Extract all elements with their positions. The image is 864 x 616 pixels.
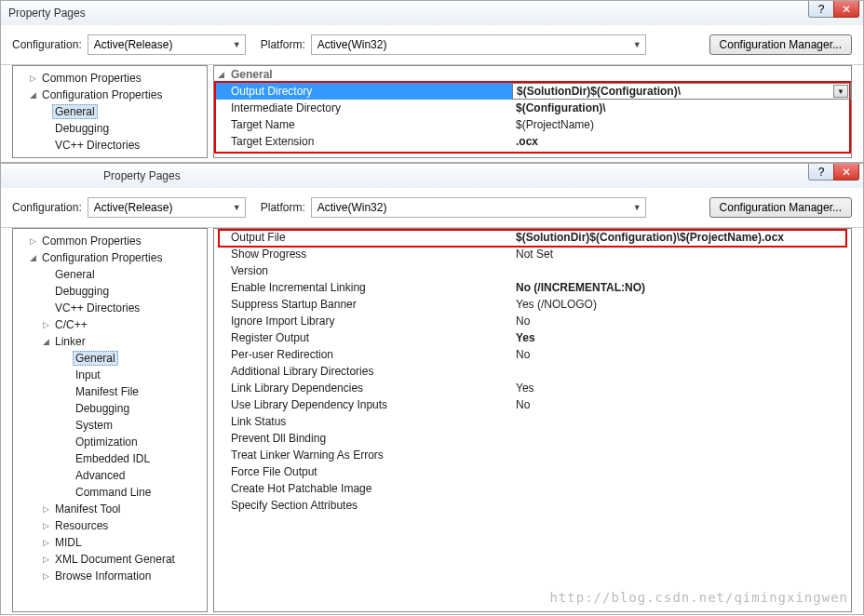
property-value[interactable]: No <box>512 346 851 363</box>
property-value[interactable] <box>512 480 851 497</box>
property-row[interactable]: Link Library DependenciesYes <box>214 380 851 396</box>
tree-common-properties[interactable]: ▷Common Properties <box>13 233 207 249</box>
property-row[interactable]: Ignore Import LibraryNo <box>214 313 851 329</box>
tree-linker-manifest[interactable]: Manifest File <box>13 383 207 400</box>
property-value[interactable]: $(SolutionDir)$(Configuration)\$(Project… <box>512 229 851 246</box>
property-value[interactable] <box>512 430 851 447</box>
property-row[interactable]: Specify Section Attributes <box>214 497 851 514</box>
tree-vcdirs[interactable]: VC++ Directories <box>13 300 207 316</box>
property-value[interactable]: Yes <box>512 329 851 346</box>
property-value[interactable]: $(Configuration)\ <box>512 100 851 116</box>
property-value[interactable]: $(SolutionDir)$(Configuration)\▼ <box>512 83 851 100</box>
property-row[interactable]: Target Extension.ocx <box>214 133 851 150</box>
close-button[interactable]: ✕ <box>833 164 859 181</box>
property-value[interactable] <box>512 363 851 380</box>
property-name: Version <box>214 262 512 279</box>
property-value[interactable] <box>512 447 851 463</box>
property-value[interactable]: No <box>512 396 851 413</box>
titlebar: Property Pages ? ✕ <box>1 164 863 188</box>
grid-category[interactable]: ◢General <box>214 66 851 83</box>
property-value[interactable]: Yes (/NOLOGO) <box>512 296 851 313</box>
property-name: Specify Section Attributes <box>214 497 512 514</box>
tree-resources[interactable]: ▷Resources <box>13 517 207 534</box>
tree-linker[interactable]: ◢Linker <box>13 333 207 350</box>
platform-combo[interactable]: Active(Win32)▼ <box>311 34 646 55</box>
property-value[interactable]: $(ProjectName) <box>512 116 851 133</box>
tree-linker-debugging[interactable]: Debugging <box>13 400 207 417</box>
property-row[interactable]: Create Hot Patchable Image <box>214 480 851 497</box>
property-value[interactable] <box>512 463 851 480</box>
tree-configuration-properties[interactable]: ◢Configuration Properties <box>13 87 207 103</box>
property-row[interactable]: Treat Linker Warning As Errors <box>214 447 851 463</box>
tree-linker-cmd[interactable]: Command Line <box>13 484 207 501</box>
property-row[interactable]: Enable Incremental LinkingNo (/INCREMENT… <box>214 279 851 296</box>
tree-cc[interactable]: ▷C/C++ <box>13 316 207 333</box>
tree-linker-general[interactable]: General <box>13 350 207 367</box>
body: ▷Common Properties ◢Configuration Proper… <box>1 227 863 615</box>
property-row[interactable]: Register OutputYes <box>214 329 851 346</box>
tree-debugging[interactable]: Debugging <box>13 283 207 300</box>
tree-linker-input[interactable]: Input <box>13 367 207 383</box>
tree-linker-optimization[interactable]: Optimization <box>13 434 207 450</box>
tree-common-properties[interactable]: ▷Common Properties <box>13 70 207 87</box>
configuration-manager-button[interactable]: Configuration Manager... <box>709 197 852 218</box>
expander-icon: ◢ <box>28 90 37 100</box>
body: ▷Common Properties ◢Configuration Proper… <box>1 64 863 163</box>
property-grid[interactable]: ◢General Output Directory$(SolutionDir)$… <box>213 65 852 158</box>
chevron-down-icon: ▼ <box>233 40 241 49</box>
tree-linker-system[interactable]: System <box>13 417 207 434</box>
tree-general[interactable]: General <box>13 266 207 283</box>
property-name: Link Status <box>214 413 512 430</box>
configuration-manager-button[interactable]: Configuration Manager... <box>709 34 852 55</box>
property-tree[interactable]: ▷Common Properties ◢Configuration Proper… <box>12 228 208 612</box>
property-value[interactable]: Not Set <box>512 246 851 262</box>
platform-combo[interactable]: Active(Win32)▼ <box>311 197 646 218</box>
property-value[interactable] <box>512 413 851 430</box>
config-toolbar: Configuration: Active(Release)▼ Platform… <box>1 25 863 64</box>
tree-configuration-properties[interactable]: ◢Configuration Properties <box>13 249 207 266</box>
tree-general[interactable]: General <box>13 103 207 120</box>
configuration-combo[interactable]: Active(Release)▼ <box>88 197 246 218</box>
tree-linker-advanced[interactable]: Advanced <box>13 467 207 484</box>
property-row[interactable]: Prevent Dll Binding <box>214 430 851 447</box>
property-row[interactable]: Additional Library Directories <box>214 363 851 380</box>
property-name: Output Directory <box>214 83 512 100</box>
property-row[interactable]: Output File$(SolutionDir)$(Configuration… <box>214 229 851 246</box>
close-button[interactable]: ✕ <box>833 1 859 18</box>
titlebar: Property Pages ? ✕ <box>1 1 863 25</box>
tree-manifest-tool[interactable]: ▷Manifest Tool <box>13 501 207 517</box>
expander-icon: ▷ <box>41 320 50 329</box>
property-pages-window-top: Property Pages ? ✕ Configuration: Active… <box>0 0 864 163</box>
property-row[interactable]: Link Status <box>214 413 851 430</box>
property-row[interactable]: Force File Output <box>214 463 851 480</box>
property-tree[interactable]: ▷Common Properties ◢Configuration Proper… <box>12 65 208 158</box>
tree-linker-idl[interactable]: Embedded IDL <box>13 450 207 467</box>
tree-vcdirs[interactable]: VC++ Directories <box>13 137 207 154</box>
tree-browse[interactable]: ▷Browse Information <box>13 568 207 584</box>
property-row[interactable]: Per-user RedirectionNo <box>214 346 851 363</box>
tree-debugging[interactable]: Debugging <box>13 120 207 137</box>
property-value[interactable]: Yes <box>512 380 851 396</box>
property-row[interactable]: Use Library Dependency InputsNo <box>214 396 851 413</box>
property-pages-window-bottom: Property Pages ? ✕ Configuration: Active… <box>0 163 864 615</box>
property-value[interactable]: No <box>512 313 851 329</box>
property-row[interactable]: Version <box>214 262 851 279</box>
property-row[interactable]: Target Name$(ProjectName) <box>214 116 851 133</box>
property-value[interactable] <box>512 262 851 279</box>
help-button[interactable]: ? <box>808 164 834 181</box>
property-grid[interactable]: Output File$(SolutionDir)$(Configuration… <box>213 228 852 612</box>
property-value[interactable]: .ocx <box>512 133 851 150</box>
configuration-combo[interactable]: Active(Release)▼ <box>88 34 246 55</box>
property-value[interactable] <box>512 497 851 514</box>
tree-midl[interactable]: ▷MIDL <box>13 534 207 551</box>
configuration-label: Configuration: <box>12 201 82 214</box>
property-row[interactable]: Suppress Startup BannerYes (/NOLOGO) <box>214 296 851 313</box>
property-value[interactable]: No (/INCREMENTAL:NO) <box>512 279 851 296</box>
help-button[interactable]: ? <box>808 1 834 18</box>
property-row[interactable]: Show ProgressNot Set <box>214 246 851 262</box>
property-row[interactable]: Output Directory$(SolutionDir)$(Configur… <box>214 83 851 100</box>
dropdown-button[interactable]: ▼ <box>833 85 848 98</box>
tree-xml[interactable]: ▷XML Document Generat <box>13 551 207 568</box>
chevron-down-icon: ▼ <box>233 203 241 212</box>
property-row[interactable]: Intermediate Directory$(Configuration)\ <box>214 100 851 116</box>
